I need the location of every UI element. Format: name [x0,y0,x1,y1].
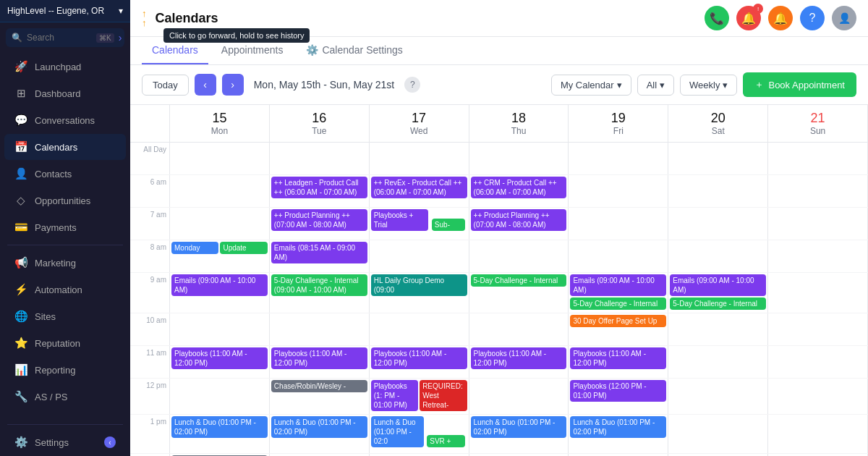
cell-thu-9am[interactable]: 5-Day Challenge - Internal [469,273,569,313]
notification-icon-btn[interactable]: 🔔 ! [736,6,761,30]
cell-mon-7am[interactable] [170,208,270,240]
cell-mon-9am[interactable]: Emails (09:00 AM - 10:00 AM) [170,273,270,313]
cell-mon-12pm[interactable] [170,379,270,414]
event-update[interactable]: Update [220,242,267,254]
cell-thu-7am[interactable]: ++ Product Planning ++ (07:00 AM - 08:00… [469,208,569,240]
event-leadgen[interactable]: ++ Leadgen - Product Call ++ (06:00 AM -… [271,177,367,198]
event-lunch-wed[interactable]: Lunch & Duo (01:00 PM - 02:0 [371,416,424,447]
sidebar-item-dashboard[interactable]: ⊞ Dashboard [4,80,126,106]
cell-sun-1pm[interactable] [768,415,868,453]
event-lunch-tue[interactable]: Lunch & Duo (01:00 PM - 02:00 PM) [271,416,367,438]
cell-tue-8am[interactable]: Emails (08:15 AM - 09:00 AM) [270,240,370,272]
cell-wed-6am[interactable]: ++ RevEx - Product Call ++ (06:00 AM - 0… [370,175,469,207]
sidebar-item-calendars[interactable]: 📅 Calendars [4,134,126,160]
cell-wed-8am[interactable] [370,240,469,272]
today-button[interactable]: Today [142,75,189,96]
cell-wed-12pm[interactable]: Playbooks (1: PM - 01:00 PM) REQUIRED: W… [370,379,469,414]
allday-mon[interactable] [170,143,270,174]
my-calendar-dropdown[interactable]: My Calendar ▾ [551,75,631,96]
cell-thu-11am[interactable]: Playbooks (11:00 AM - 12:00 PM) [469,346,569,378]
event-5day-fri[interactable]: 5-Day Challenge - Internal [570,297,666,310]
event-hl-daily[interactable]: HL Daily Group Demo (09:00 [371,274,467,296]
event-crm[interactable]: ++ CRM - Product Call ++ (06:00 AM - 07:… [471,177,567,198]
sidebar-item-reporting[interactable]: 📊 Reporting [4,357,126,383]
event-lunch-fri[interactable]: Lunch & Duo (01:00 PM - 02:00 PM) [570,416,666,438]
event-playbooks-tue[interactable]: Playbooks (11:00 AM - 12:00 PM) [271,347,367,369]
cell-sat-9am[interactable]: Emails (09:00 AM - 10:00 AM) 5-Day Chall… [668,273,768,313]
cell-sat-7am[interactable] [668,208,768,240]
event-playbooks-fri-pm[interactable]: Playbooks (12:00 PM - 01:00 PM) [570,380,666,402]
allday-fri[interactable] [569,143,668,174]
sidebar-item-contacts[interactable]: 👤 Contacts [4,161,126,187]
cell-wed-7am[interactable]: Playbooks + Trial Sub- [370,208,469,240]
event-playbooks-wed-pm[interactable]: Playbooks (1: PM - 01:00 PM) [371,380,418,411]
cell-wed-10am[interactable] [370,313,469,345]
help-icon-btn[interactable]: ? [800,6,825,30]
all-dropdown[interactable]: All ▾ [637,75,674,96]
cell-tue-12pm[interactable]: Chase/Robin/Wesley - [270,379,370,414]
event-emails-fri[interactable]: Emails (09:00 AM - 10:00 AM) [570,274,666,296]
cell-fri-11am[interactable]: Playbooks (11:00 AM - 12:00 PM) [569,346,668,378]
event-30day[interactable]: 30 Day Offer Page Set Up [570,315,666,327]
sidebar-item-launchpad[interactable]: 🚀 Launchpad [4,54,126,80]
cell-tue-11am[interactable]: Playbooks (11:00 AM - 12:00 PM) [270,346,370,378]
sidebar-item-conversations[interactable]: 💬 Conversations [4,107,126,133]
help-circle-icon[interactable]: ? [404,77,420,93]
cell-fri-7am[interactable] [569,208,668,240]
cell-sun-6am[interactable] [768,175,868,207]
cell-sat-1pm[interactable] [668,415,768,453]
cell-tue-1pm[interactable]: Lunch & Duo (01:00 PM - 02:00 PM) [270,415,370,453]
cell-mon-8am[interactable]: Monday Update [170,240,270,272]
sidebar-item-reputation[interactable]: ⭐ Reputation [4,330,126,356]
allday-tue[interactable] [270,143,370,174]
book-appointment-button[interactable]: ＋ Book Appointment [743,72,856,97]
cell-fri-1pm[interactable]: Lunch & Duo (01:00 PM - 02:00 PM) [569,415,668,453]
cell-fri-10am[interactable]: 30 Day Offer Page Set Up [569,313,668,345]
event-5day-thu[interactable]: 5-Day Challenge - Internal [471,274,567,287]
event-playbooks-trial[interactable]: Playbooks + Trial [371,209,429,231]
cell-mon-10am[interactable] [170,313,270,345]
event-sub-wed[interactable]: Sub- [432,219,466,231]
allday-sat[interactable] [668,143,768,174]
event-playbooks-mon[interactable]: Playbooks (11:00 AM - 12:00 PM) [171,347,268,369]
cell-sat-10am[interactable] [668,313,768,345]
sidebar-item-payments[interactable]: 💳 Payments [4,214,126,240]
cell-thu-6am[interactable]: ++ CRM - Product Call ++ (06:00 AM - 07:… [469,175,569,207]
cell-tue-7am[interactable]: ++ Product Planning ++ (07:00 AM - 08:00… [270,208,370,240]
sidebar-item-automation[interactable]: ⚡ Automation [4,276,126,303]
sidebar-item-settings[interactable]: ⚙️ Settings ‹ [4,429,126,455]
cell-sun-9am[interactable] [768,273,868,313]
cell-thu-1pm[interactable]: Lunch & Duo (01:00 PM - 02:00 PM) [469,415,569,453]
event-playbooks-fri[interactable]: Playbooks (11:00 AM - 12:00 PM) [570,347,666,369]
event-5day-sat[interactable]: 5-Day Challenge - Internal [670,297,766,310]
event-lunch-thu[interactable]: Lunch & Duo (01:00 PM - 02:00 PM) [471,416,567,438]
cell-mon-11am[interactable]: Playbooks (11:00 AM - 12:00 PM) [170,346,270,378]
cell-sat-12pm[interactable] [668,379,768,414]
forward-arrows-btn[interactable]: ↑ ↑ [142,9,147,28]
allday-thu[interactable] [469,143,569,174]
event-svr[interactable]: SVR + [427,435,465,447]
cell-sun-10am[interactable] [768,313,868,345]
cell-sun-11am[interactable] [768,346,868,378]
cell-fri-9am[interactable]: Emails (09:00 AM - 10:00 AM) 5-Day Chall… [569,273,668,313]
event-playbooks-thu[interactable]: Playbooks (11:00 AM - 12:00 PM) [471,347,567,369]
cell-sat-6am[interactable] [668,175,768,207]
event-product-planning-tue[interactable]: ++ Product Planning ++ (07:00 AM - 08:00… [271,209,367,231]
cell-wed-11am[interactable]: Playbooks (11:00 AM - 12:00 PM) [370,346,469,378]
event-emails-mon[interactable]: Emails (09:00 AM - 10:00 AM) [171,274,268,296]
cell-wed-1pm[interactable]: Lunch & Duo (01:00 PM - 02:0 SVR + [370,415,469,453]
cell-sun-8am[interactable] [768,240,868,272]
cell-sun-7am[interactable] [768,208,868,240]
cell-tue-9am[interactable]: 5-Day Challenge - Internal (09:00 AM - 1… [270,273,370,313]
allday-wed[interactable] [370,143,469,174]
alert-icon-btn[interactable]: 🔔 [768,6,793,30]
cell-sat-8am[interactable] [668,240,768,272]
event-emails-tue[interactable]: Emails (08:15 AM - 09:00 AM) [271,242,367,263]
event-product-planning-thu[interactable]: ++ Product Planning ++ (07:00 AM - 08:00… [471,209,567,231]
cell-sun-12pm[interactable] [768,379,868,414]
cell-sat-11am[interactable] [668,346,768,378]
event-chase-robin[interactable]: Chase/Robin/Wesley - [271,380,367,392]
sidebar-item-sites[interactable]: 🌐 Sites [4,303,126,329]
next-button[interactable]: › [222,74,244,96]
allday-sun[interactable] [768,143,868,174]
